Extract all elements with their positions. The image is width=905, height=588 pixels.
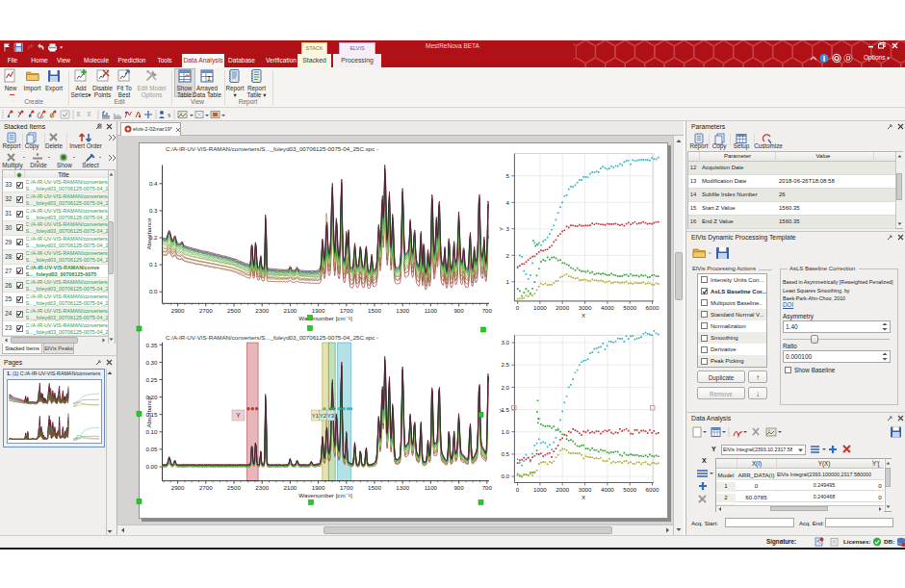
svg-text:5: 5 — [506, 172, 510, 179]
svg-text:2700: 2700 — [199, 307, 213, 314]
svg-text:3000: 3000 — [579, 486, 592, 493]
svg-text:Wavenumber [cm⁻¹]: Wavenumber [cm⁻¹] — [298, 315, 352, 321]
svg-text:2300: 2300 — [255, 307, 269, 314]
svg-text:2000: 2000 — [556, 304, 569, 311]
svg-text:900: 900 — [453, 307, 464, 314]
svg-text:Y2: Y2 — [320, 413, 327, 419]
svg-text:Y1: Y1 — [312, 413, 320, 419]
svg-text:4000: 4000 — [601, 304, 614, 311]
svg-text:2300: 2300 — [255, 484, 269, 491]
svg-text:Y3: Y3 — [327, 413, 335, 419]
svg-text:900: 900 — [453, 484, 464, 491]
svg-text:1300: 1300 — [396, 484, 409, 491]
svg-text:700: 700 — [482, 307, 493, 314]
svg-text:1000: 1000 — [533, 304, 547, 311]
svg-text:6000: 6000 — [646, 486, 659, 493]
svg-text:1000: 1000 — [533, 486, 547, 493]
svg-text:1900: 1900 — [312, 484, 325, 491]
svg-text:2100: 2100 — [284, 484, 297, 491]
svg-text:0.25: 0.25 — [145, 376, 158, 383]
svg-text:1300: 1300 — [396, 307, 409, 314]
svg-text:1100: 1100 — [425, 484, 438, 491]
svg-text:2700: 2700 — [199, 484, 213, 491]
svg-text:1.0: 1.0 — [501, 428, 509, 435]
svg-text:2500: 2500 — [227, 307, 241, 314]
svg-text:0.0: 0.0 — [149, 288, 158, 294]
svg-text:6000: 6000 — [646, 304, 659, 311]
svg-text:0: 0 — [516, 486, 520, 493]
svg-text:0.1: 0.1 — [149, 261, 158, 268]
svg-text:3.0: 3.0 — [501, 339, 509, 345]
svg-text:4000: 4000 — [601, 486, 614, 493]
svg-text:Y: Y — [498, 409, 504, 413]
svg-text:0.5: 0.5 — [501, 450, 509, 457]
svg-text:1700: 1700 — [340, 307, 353, 314]
svg-text:C:/A-IR-UV-VIS-RAMAN/converter: C:/A-IR-UV-VIS-RAMAN/converters/S..._fol… — [166, 334, 378, 341]
svg-text:Absorbance: Absorbance — [145, 217, 152, 250]
svg-text:2.5: 2.5 — [501, 361, 509, 368]
svg-text:4: 4 — [506, 199, 510, 206]
svg-text:0.4: 0.4 — [149, 180, 158, 187]
svg-text:2900: 2900 — [171, 484, 185, 491]
svg-text:2100: 2100 — [284, 307, 297, 314]
svg-text:C:/A-IR-UV-VIS-RAMAN/converter: C:/A-IR-UV-VIS-RAMAN/converters/S..._fol… — [166, 145, 378, 152]
svg-text:5000: 5000 — [623, 486, 636, 493]
svg-text:2900: 2900 — [171, 307, 185, 314]
svg-text:Absorbance: Absorbance — [145, 396, 152, 428]
svg-text:0.3: 0.3 — [149, 207, 158, 214]
svg-text:2500: 2500 — [227, 484, 241, 491]
svg-text:1: 1 — [506, 278, 510, 285]
svg-text:2000: 2000 — [556, 486, 569, 493]
svg-text:X: X — [582, 312, 585, 319]
svg-text:X: X — [582, 494, 585, 500]
svg-text:2.0: 2.0 — [501, 384, 509, 391]
svg-text:1700: 1700 — [340, 484, 353, 491]
svg-text:2: 2 — [506, 252, 510, 259]
svg-text:3000: 3000 — [579, 304, 592, 311]
svg-text:0.05: 0.05 — [145, 446, 158, 452]
svg-text:1500: 1500 — [368, 307, 381, 314]
svg-text:0.35: 0.35 — [145, 342, 158, 348]
svg-text:0.0: 0.0 — [501, 473, 509, 479]
svg-text:Y: Y — [236, 412, 241, 419]
svg-text:1100: 1100 — [425, 307, 438, 314]
svg-text:1900: 1900 — [312, 307, 325, 314]
svg-text:0: 0 — [516, 304, 520, 311]
svg-text:Wavenumber [cm⁻¹]: Wavenumber [cm⁻¹] — [298, 492, 352, 499]
svg-text:3: 3 — [506, 225, 510, 232]
svg-text:0.00: 0.00 — [145, 463, 158, 470]
svg-text:0.10: 0.10 — [145, 428, 158, 435]
svg-text:0.30: 0.30 — [145, 359, 158, 366]
svg-text:5000: 5000 — [623, 304, 636, 311]
svg-text:1500: 1500 — [368, 484, 381, 491]
svg-text:700: 700 — [482, 484, 493, 491]
svg-text:Y: Y — [498, 227, 504, 231]
